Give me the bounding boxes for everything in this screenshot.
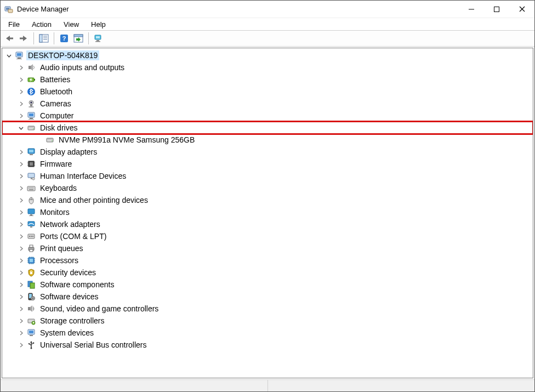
- device-nvme[interactable]: NVMe PM991a NVMe Samsung 256GB: [2, 134, 533, 146]
- expand-icon[interactable]: [16, 244, 25, 253]
- category-security[interactable]: Security devices: [2, 266, 533, 279]
- expand-icon[interactable]: [16, 256, 25, 265]
- expand-icon[interactable]: [16, 99, 25, 108]
- softdev-icon: [26, 292, 36, 302]
- minimize-button[interactable]: [459, 1, 484, 18]
- back-button[interactable]: [3, 32, 16, 45]
- computer-icon: [14, 50, 24, 60]
- category-batteries[interactable]: Batteries: [2, 73, 533, 86]
- show-hide-tree-button[interactable]: [37, 32, 50, 45]
- category-display[interactable]: Display adapters: [2, 146, 533, 158]
- category-softcomp[interactable]: Software components: [2, 279, 533, 291]
- menu-action[interactable]: Action: [26, 19, 57, 30]
- category-label: Display adapters: [38, 147, 99, 157]
- expand-icon[interactable]: [16, 292, 25, 301]
- svg-rect-4: [494, 7, 499, 12]
- category-firmware[interactable]: Firmware: [2, 158, 533, 170]
- category-printq[interactable]: Print queues: [2, 242, 533, 254]
- category-label: Bluetooth: [38, 87, 74, 96]
- expand-icon[interactable]: [16, 268, 25, 277]
- category-mice[interactable]: Mice and other pointing devices: [2, 194, 533, 206]
- menu-help[interactable]: Help: [86, 19, 111, 30]
- category-keyboards[interactable]: Keyboards: [2, 182, 533, 194]
- device-tree-panel[interactable]: DESKTOP-504K819 Audio inputs and outputs…: [2, 48, 533, 378]
- network-icon: [26, 219, 36, 229]
- expand-icon[interactable]: [16, 184, 25, 192]
- disk-icon: [26, 123, 36, 133]
- category-softdev[interactable]: Software devices: [2, 291, 533, 303]
- svg-rect-20: [96, 36, 100, 38]
- expand-icon[interactable]: [16, 147, 25, 156]
- expand-icon[interactable]: [16, 340, 25, 349]
- category-label: Keyboards: [38, 183, 78, 193]
- expand-icon[interactable]: [16, 63, 25, 72]
- forward-button[interactable]: [17, 32, 30, 45]
- category-usb[interactable]: Universal Serial Bus controllers: [2, 339, 533, 351]
- category-label: Software devices: [38, 292, 100, 302]
- category-label: Print queues: [38, 243, 85, 253]
- category-label: Monitors: [38, 207, 71, 217]
- category-label: Processors: [38, 255, 80, 265]
- category-label: Software components: [38, 280, 116, 289]
- category-cameras[interactable]: Cameras: [2, 98, 533, 110]
- devices-and-printers-button[interactable]: [92, 32, 105, 45]
- expand-icon[interactable]: [16, 280, 25, 289]
- expand-icon[interactable]: [16, 220, 25, 229]
- device-manager-window: Device Manager File Action View Help: [0, 0, 535, 392]
- category-sound[interactable]: Sound, video and game controllers: [2, 303, 533, 315]
- category-audio[interactable]: Audio inputs and outputs: [2, 61, 533, 73]
- expand-icon[interactable]: [16, 160, 25, 168]
- expand-icon[interactable]: [16, 172, 25, 180]
- bluetooth-icon: [26, 87, 36, 96]
- category-storage[interactable]: Storage controllers: [2, 315, 533, 327]
- svg-rect-8: [20, 38, 24, 39]
- toolbar-separator: [88, 32, 89, 44]
- tree-root[interactable]: DESKTOP-504K819: [2, 49, 533, 61]
- expand-icon[interactable]: [16, 232, 25, 241]
- category-computer[interactable]: Computer: [2, 110, 533, 122]
- svg-rect-22: [95, 41, 100, 42]
- help-button[interactable]: ?: [58, 32, 71, 45]
- mouse-icon: [26, 195, 36, 205]
- expand-icon[interactable]: [16, 316, 25, 325]
- menu-file[interactable]: File: [3, 19, 25, 30]
- svg-rect-7: [9, 38, 13, 39]
- expand-icon[interactable]: [16, 196, 25, 204]
- firmware-icon: [26, 159, 36, 169]
- scan-hardware-button[interactable]: [72, 32, 85, 45]
- hid-icon: [26, 171, 36, 181]
- status-cell: [268, 380, 535, 391]
- category-label: Firmware: [38, 159, 73, 169]
- usb-icon: [26, 340, 36, 350]
- maximize-button[interactable]: [484, 1, 509, 18]
- category-processors[interactable]: Processors: [2, 254, 533, 266]
- storage-icon: [26, 316, 36, 326]
- expand-icon[interactable]: [16, 328, 25, 337]
- category-ports[interactable]: Ports (COM & LPT): [2, 230, 533, 242]
- app-icon: [4, 4, 14, 14]
- svg-rect-17: [74, 35, 83, 37]
- category-monitors[interactable]: Monitors: [2, 206, 533, 218]
- expand-icon[interactable]: [16, 111, 25, 120]
- sound-icon: [26, 304, 36, 314]
- category-network[interactable]: Network adapters: [2, 218, 533, 230]
- category-hid[interactable]: Human Interface Devices: [2, 170, 533, 182]
- close-button[interactable]: [509, 1, 534, 18]
- collapse-icon[interactable]: [16, 123, 25, 132]
- category-system[interactable]: System devices: [2, 327, 533, 339]
- toolbar-separator: [54, 32, 54, 44]
- expand-icon[interactable]: [16, 75, 25, 84]
- category-label: System devices: [38, 328, 95, 338]
- battery-icon: [26, 75, 36, 84]
- menubar: File Action View Help: [1, 18, 534, 30]
- expand-icon[interactable]: [16, 208, 25, 217]
- expand-icon[interactable]: [16, 304, 25, 313]
- category-bluetooth[interactable]: Bluetooth: [2, 86, 533, 98]
- tree-root-label: DESKTOP-504K819: [26, 50, 99, 60]
- category-label: Human Interface Devices: [38, 171, 128, 181]
- device-label: NVMe PM991a NVMe Samsung 256GB: [57, 135, 196, 145]
- category-diskdrives[interactable]: Disk drives: [2, 122, 533, 134]
- expand-icon[interactable]: [16, 87, 25, 96]
- collapse-icon[interactable]: [4, 51, 13, 60]
- menu-view[interactable]: View: [58, 19, 84, 30]
